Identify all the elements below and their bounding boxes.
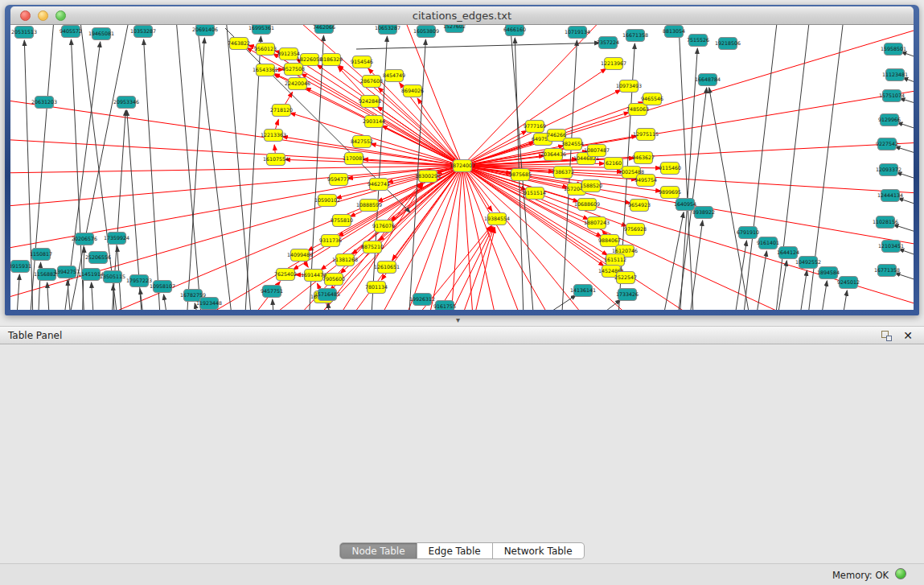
graph-node[interactable]: 7625402: [274, 269, 297, 281]
graph-node[interactable]: 12103451: [878, 241, 904, 253]
graph-node[interactable]: 20953346: [113, 97, 139, 109]
graph-node[interactable]: 10807487: [584, 145, 610, 157]
float-window-icon[interactable]: [881, 331, 892, 341]
graph-node[interactable]: 9242848: [359, 96, 381, 108]
graph-node[interactable]: 3824554: [561, 138, 584, 150]
graph-node[interactable]: 9594777: [327, 174, 350, 186]
graph-node[interactable]: 19218506: [715, 38, 741, 50]
graph-node[interactable]: 25206556: [85, 252, 111, 264]
graph-node[interactable]: 20531513: [11, 27, 37, 39]
network-window[interactable]: citations_edges.txt 18724007746382295601…: [5, 5, 919, 315]
graph-node[interactable]: 9560123: [254, 43, 277, 56]
graph-node[interactable]: 10653287: [375, 25, 400, 35]
graph-node[interactable]: 10492552: [795, 257, 821, 269]
graph-node[interactable]: 20364436: [540, 149, 566, 161]
graph-node[interactable]: 9654923: [628, 200, 651, 212]
graph-node[interactable]: 13505115: [100, 271, 125, 283]
graph-node[interactable]: 9245012: [837, 277, 860, 289]
graph-node[interactable]: 7357224: [597, 37, 619, 49]
graph-node[interactable]: 9756928: [624, 224, 647, 236]
graph-node[interactable]: 8186328: [320, 54, 343, 66]
graph-node[interactable]: 15716485: [314, 289, 340, 301]
graph-node[interactable]: 10958107: [150, 281, 175, 293]
graph-node[interactable]: 16914479: [301, 270, 326, 282]
graph-node[interactable]: 10688609: [574, 199, 600, 211]
graph-node[interactable]: 8875210: [361, 241, 384, 253]
graph-node[interactable]: 8694026: [401, 85, 424, 97]
graph-node[interactable]: 1588520: [580, 180, 602, 192]
graph-node[interactable]: 9457751: [261, 286, 283, 298]
network-window-titlebar[interactable]: citations_edges.txt: [10, 6, 914, 25]
graph-node[interactable]: 19384554: [484, 213, 510, 225]
graph-node[interactable]: 9777169: [524, 121, 546, 133]
graph-node[interactable]: 6791910: [737, 227, 759, 239]
graph-node[interactable]: 9161755: [433, 301, 456, 311]
graph-node[interactable]: 16543362: [253, 64, 278, 76]
graph-node[interactable]: 9311736: [319, 235, 342, 247]
graph-node[interactable]: 2522547: [614, 272, 637, 284]
graph-node[interactable]: 8454749: [383, 70, 405, 82]
graph-node[interactable]: 9875685: [509, 169, 532, 181]
graph-node[interactable]: 11028156: [873, 216, 898, 229]
graph-node[interactable]: 16771358: [874, 265, 900, 277]
graph-node[interactable]: 1644124: [777, 247, 799, 259]
graph-node[interactable]: 12975115: [633, 129, 659, 141]
graph-node[interactable]: 9161401: [757, 237, 779, 249]
graph-node[interactable]: 9227542: [876, 138, 898, 150]
graph-node[interactable]: 8427552: [351, 136, 373, 148]
graph-node[interactable]: 10590102: [314, 195, 340, 207]
graph-node[interactable]: 15958501: [881, 43, 906, 56]
graph-node[interactable]: 8813054: [663, 26, 685, 38]
graph-node[interactable]: 12093372: [876, 164, 901, 176]
graph-node[interactable]: 746266: [547, 130, 566, 142]
graph-node[interactable]: 7515526: [687, 35, 709, 47]
graph-node[interactable]: 12444134: [877, 190, 903, 202]
graph-node[interactable]: 2903144: [363, 116, 385, 128]
graph-node[interactable]: 16107554: [263, 154, 289, 166]
graph-hub-node[interactable]: 18724007: [450, 160, 475, 172]
split-pane-handle-icon[interactable]: ▾: [456, 315, 460, 324]
graph-node[interactable]: 10888599: [356, 200, 382, 212]
graph-node[interactable]: 9115460: [659, 163, 681, 175]
graph-node[interactable]: 16671358: [622, 30, 648, 42]
graph-node[interactable]: 11381268: [332, 254, 358, 266]
graph-node[interactable]: 13942757: [54, 266, 80, 278]
graph-node[interactable]: 18807243: [584, 217, 610, 229]
graph-node[interactable]: 8938922: [692, 207, 715, 219]
graph-node[interactable]: 15751074: [879, 90, 905, 102]
tab-node-table[interactable]: Node Table: [339, 542, 417, 559]
graph-node[interactable]: 9462741: [368, 179, 390, 191]
graph-node[interactable]: 6466160: [503, 25, 526, 36]
close-icon[interactable]: ✕: [903, 329, 913, 342]
graph-node[interactable]: 9465546: [641, 93, 663, 105]
graph-node[interactable]: 11123481: [882, 69, 908, 81]
graph-node[interactable]: 1733426: [616, 289, 639, 301]
graph-node[interactable]: 7462066: [313, 25, 335, 34]
graph-node[interactable]: 14099489: [287, 249, 313, 262]
tab-network-table[interactable]: Network Table: [493, 542, 585, 559]
memory-ok-indicator[interactable]: [895, 568, 906, 579]
graph-node[interactable]: 9527508: [282, 64, 305, 76]
graph-node[interactable]: 1527602: [443, 25, 466, 33]
graph-node[interactable]: 9151514: [524, 187, 546, 200]
graph-node[interactable]: 1170081: [343, 153, 365, 165]
graph-node[interactable]: 9463627: [632, 152, 655, 164]
graph-node[interactable]: 16053809: [413, 26, 439, 38]
graph-node[interactable]: 11923448: [196, 298, 222, 310]
graph-node[interactable]: 7463822: [228, 38, 250, 50]
graph-node[interactable]: 3915931: [10, 261, 31, 273]
graph-node[interactable]: 8755810: [331, 215, 353, 227]
graph-node[interactable]: 2718120: [270, 105, 293, 117]
network-canvas[interactable]: 1872400774638229560123891235418226058952…: [10, 25, 914, 310]
graph-node[interactable]: 17957223: [126, 275, 152, 287]
graph-node[interactable]: 9899695: [659, 187, 681, 199]
graph-node[interactable]: 10973493: [616, 80, 642, 93]
graph-node[interactable]: 16648784: [695, 74, 721, 86]
graph-node[interactable]: 12610651: [374, 262, 400, 274]
graph-node[interactable]: 12213967: [601, 58, 626, 70]
graph-node[interactable]: 16995361: [248, 25, 274, 35]
graph-node[interactable]: 2867608: [360, 76, 383, 88]
graph-node[interactable]: 9129966: [878, 114, 901, 126]
graph-node[interactable]: 20691406: [192, 25, 218, 36]
graph-node[interactable]: 7386372: [552, 167, 574, 179]
